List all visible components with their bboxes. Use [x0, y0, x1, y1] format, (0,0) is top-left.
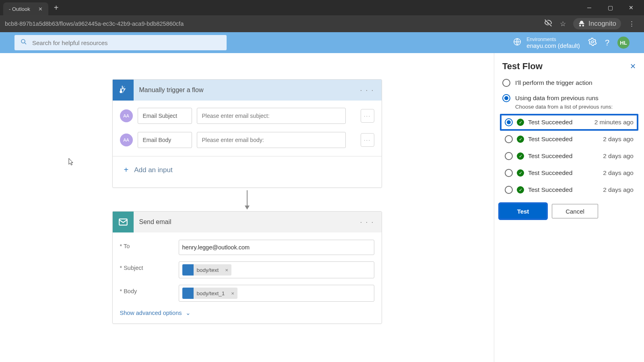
environment-label: Environments	[526, 37, 580, 42]
previous-run-item[interactable]: ✓Test Succeeded2 days ago	[500, 181, 638, 198]
trigger-title: Manually trigger a flow	[134, 86, 360, 94]
success-icon: ✓	[517, 169, 524, 177]
dynamic-token[interactable]: body/text_1 ×	[182, 288, 238, 299]
card-menu-icon[interactable]: · · ·	[360, 218, 381, 226]
environment-icon	[513, 37, 522, 48]
previous-runs-list: ✓Test Succeeded2 minutes ago✓Test Succee…	[500, 114, 638, 198]
to-input[interactable]	[182, 244, 371, 251]
previous-run-item[interactable]: ✓Test Succeeded2 minutes ago	[500, 114, 638, 131]
radio-icon	[502, 94, 510, 102]
radio-icon	[505, 118, 513, 126]
token-remove-icon[interactable]: ×	[228, 290, 237, 296]
help-icon[interactable]: ?	[605, 38, 609, 47]
test-button[interactable]: Test	[500, 204, 546, 218]
body-label: * Body	[120, 285, 179, 294]
email-card-header[interactable]: Send email · · ·	[113, 212, 382, 232]
close-window-button[interactable]: ✕	[625, 4, 637, 11]
token-remove-icon[interactable]: ×	[222, 267, 231, 273]
svg-point-0	[21, 39, 25, 43]
search-icon	[20, 38, 27, 47]
input-name-field[interactable]: Email Body	[138, 132, 192, 148]
avatar[interactable]: HL	[617, 37, 630, 49]
plus-icon: +	[124, 165, 129, 175]
row-menu-icon[interactable]: ···	[361, 133, 374, 147]
new-tab-button[interactable]: +	[54, 3, 59, 12]
trigger-card-header[interactable]: Manually trigger a flow · · ·	[113, 80, 382, 101]
subject-field[interactable]: body/text ×	[179, 261, 374, 278]
settings-icon[interactable]	[588, 37, 597, 48]
browser-menu-icon[interactable]: ⋮	[628, 20, 635, 28]
environment-value: enayu.com (default)	[526, 42, 580, 49]
dynamic-token[interactable]: body/text ×	[182, 264, 232, 276]
run-status: Test Succeeded	[528, 186, 572, 193]
browser-tab-strip: - Outlook ✕ + ─ ▢ ✕	[0, 0, 644, 15]
run-time: 2 days ago	[603, 136, 634, 143]
svg-line-1	[25, 43, 26, 44]
connector-arrow	[247, 190, 248, 209]
previous-run-item[interactable]: ✓Test Succeeded2 days ago	[500, 148, 638, 165]
send-email-card: Send email · · · * To * Subject body/tex…	[112, 211, 382, 324]
token-text: body/text_1	[194, 290, 228, 296]
app-header: Environments enayu.com (default) ? HL	[0, 32, 644, 53]
cancel-button[interactable]: Cancel	[552, 204, 598, 218]
star-icon[interactable]: ☆	[560, 20, 566, 28]
search-input[interactable]	[32, 39, 221, 46]
run-status: Test Succeeded	[528, 119, 572, 126]
to-label: * To	[120, 240, 179, 249]
svg-marker-7	[245, 206, 250, 210]
browser-tab[interactable]: - Outlook ✕	[3, 2, 48, 15]
run-status: Test Succeeded	[528, 136, 572, 143]
previous-run-item[interactable]: ✓Test Succeeded2 days ago	[500, 165, 638, 181]
close-tab-icon[interactable]: ✕	[38, 6, 43, 12]
subject-label: * Subject	[120, 261, 179, 271]
run-status: Test Succeeded	[528, 152, 572, 160]
add-input-button[interactable]: + Add an input	[120, 156, 374, 183]
panel-title: Test Flow	[502, 61, 543, 72]
flow-canvas: Manually trigger a flow · · · AA Email S…	[0, 53, 494, 362]
run-time: 2 days ago	[603, 152, 634, 160]
token-icon	[182, 288, 194, 299]
input-prompt-field[interactable]	[197, 132, 346, 148]
svg-point-3	[591, 41, 594, 43]
text-parameter-icon: AA	[120, 134, 133, 146]
incognito-badge[interactable]: Incognito	[573, 18, 621, 29]
option-previous-runs[interactable]: Using data from previous runs	[502, 94, 636, 102]
url-text[interactable]: bcb8-897b1a5d8b63/flows/a962445a-ec3c-42…	[5, 21, 184, 27]
row-menu-icon[interactable]: ···	[361, 109, 374, 123]
maximize-button[interactable]: ▢	[605, 4, 616, 11]
radio-icon	[505, 186, 513, 194]
body-field[interactable]: body/text_1 ×	[179, 285, 374, 302]
card-menu-icon[interactable]: · · ·	[360, 86, 381, 95]
show-advanced-options[interactable]: Show advanced options ⌄	[120, 308, 374, 316]
close-panel-icon[interactable]: ✕	[630, 62, 636, 71]
option-manual-trigger[interactable]: I'll perform the trigger action	[502, 79, 636, 87]
previous-run-item[interactable]: ✓Test Succeeded2 days ago	[500, 131, 638, 148]
run-status: Test Succeeded	[528, 169, 572, 177]
input-name-field[interactable]: Email Subject	[138, 108, 192, 124]
browser-url-bar: bcb8-897b1a5d8b63/flows/a962445a-ec3c-42…	[0, 15, 644, 32]
radio-icon	[502, 79, 510, 87]
to-field[interactable]	[179, 240, 374, 255]
environment-picker[interactable]: Environments enayu.com (default)	[513, 37, 580, 49]
option-subnote: Choose data from a list of previous runs…	[515, 104, 636, 110]
trigger-icon	[113, 80, 134, 101]
trigger-card: Manually trigger a flow · · · AA Email S…	[112, 79, 382, 188]
input-prompt-field[interactable]	[197, 108, 346, 124]
test-flow-panel: Test Flow ✕ I'll perform the trigger act…	[494, 53, 644, 362]
trigger-input-row: AA Email Subject ···	[120, 108, 374, 124]
trigger-input-row: AA Email Body ···	[120, 132, 374, 148]
success-icon: ✓	[517, 119, 524, 126]
text-parameter-icon: AA	[120, 109, 133, 122]
radio-icon	[505, 135, 513, 143]
option-label: I'll perform the trigger action	[515, 79, 592, 86]
search-box[interactable]	[14, 35, 227, 50]
minimize-button[interactable]: ─	[584, 4, 595, 11]
eye-off-icon[interactable]	[544, 19, 553, 29]
run-time: 2 minutes ago	[594, 119, 634, 126]
add-input-label: Add an input	[134, 166, 172, 174]
run-time: 2 days ago	[603, 169, 634, 177]
advanced-label: Show advanced options	[120, 310, 182, 316]
incognito-label: Incognito	[588, 20, 616, 28]
token-icon	[182, 264, 194, 276]
email-title: Send email	[134, 218, 360, 226]
